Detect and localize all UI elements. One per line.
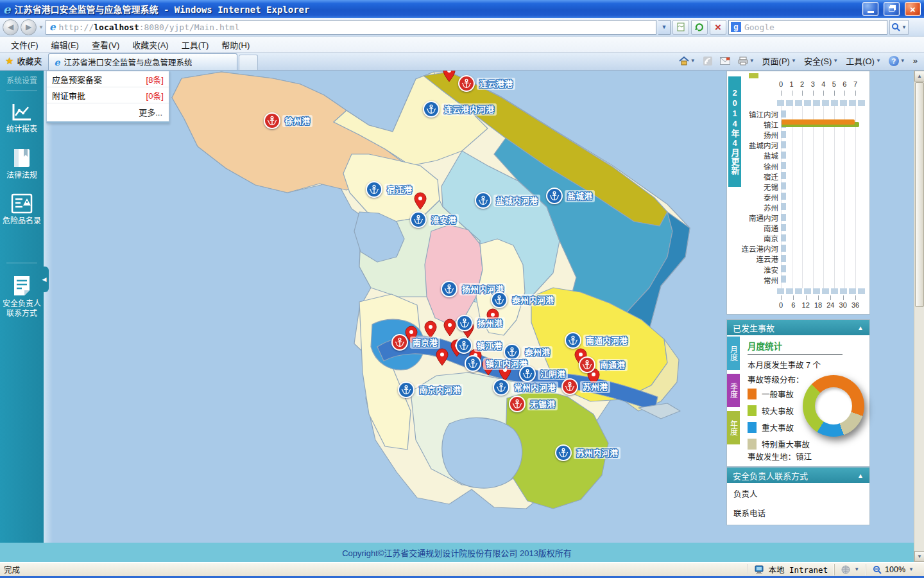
refresh-button[interactable] (691, 20, 708, 35)
quick-row-approvals[interactable]: 附证审批 [0条] (47, 87, 169, 103)
print-button[interactable]: ▼ (735, 56, 757, 66)
security-zone: 本地 Intranet (748, 564, 834, 575)
anchor-icon (546, 188, 563, 204)
grid-line (823, 100, 824, 291)
anchor-icon (555, 444, 572, 461)
quick-more-link[interactable]: 更多... (47, 103, 169, 121)
menu-item[interactable]: 查看(V) (86, 37, 125, 52)
address-input[interactable]: e http://localhost:8080/yjpt/Main.html (46, 20, 656, 35)
port-marker-南京港[interactable]: 南京港 (391, 334, 440, 351)
title-bar: e 江苏省港口安全监管与应急管理系统 - Windows Internet Ex… (0, 0, 924, 18)
port-marker-扬州港[interactable]: 扬州港 (456, 315, 505, 331)
sidebar-item-safety-contacts[interactable]: 安全负责人联系方式 (0, 268, 44, 326)
port-marker-苏州内河港[interactable]: 苏州内河港 (555, 444, 620, 461)
port-marker-盐城港[interactable]: 盐城港 (546, 188, 595, 204)
page-menu-button[interactable]: 页面(P)▼ (760, 54, 799, 67)
port-marker-盐城内河港[interactable]: 盐城内河港 (475, 192, 540, 209)
port-marker-连云港港[interactable]: 连云港港 (458, 75, 515, 92)
anchor-icon (458, 75, 475, 92)
minimize-button[interactable] (862, 2, 878, 16)
scroll-up-button[interactable]: ▲ (914, 71, 924, 82)
category-zero-stub (781, 110, 786, 118)
sidebar-item-laws[interactable]: 法律法规 (0, 141, 44, 188)
tab-main[interactable]: e 江苏省港口安全监管与应急管理系统 (48, 53, 237, 70)
zoom-icon (873, 565, 882, 574)
address-dropdown-button[interactable]: ▼ (658, 20, 671, 35)
feeds-button[interactable] (701, 56, 715, 66)
stop-button[interactable]: × (710, 20, 726, 35)
port-marker-泰州内河港[interactable]: 泰州内河港 (491, 292, 556, 308)
search-go-button[interactable]: ▼ (889, 20, 909, 35)
accident-location: 事故发生地：镇江 (748, 450, 812, 462)
tab-title: 江苏省港口安全监管与应急管理系统 (64, 56, 192, 68)
tools-menu-button[interactable]: 工具(O)▼ (843, 54, 884, 67)
monthly-stats-title: 月度统计 (748, 339, 864, 352)
zoom-level: 100% (885, 565, 905, 574)
port-label: 连云港内河港 (441, 103, 497, 116)
compatibility-view-button[interactable] (672, 20, 689, 35)
favorites-button[interactable]: ★ 收藏夹 (0, 52, 48, 70)
zoom-control[interactable]: 100% ▼ (866, 564, 920, 575)
quick-row-plans[interactable]: 应急预案备案 [8条] (47, 71, 169, 87)
port-marker-宿迁港[interactable]: 宿迁港 (366, 181, 415, 198)
category-zero-stub (781, 203, 786, 210)
collapse-arrow-icon[interactable]: ▲ (857, 472, 864, 479)
safety-contacts-body: 负责人 联系电话 (727, 483, 869, 523)
port-label: 扬州港 (475, 317, 505, 329)
bar-chart[interactable]: 01234567镇江内河镇江扬州盐城内河盐城徐州宿迁无锡泰州苏州南通内河南通南京… (727, 71, 869, 314)
port-marker-苏州港[interactable]: 苏州港 (561, 378, 610, 395)
sidebar-item-system-settings[interactable]: 系统设置 (0, 71, 44, 85)
menu-item[interactable]: 编辑(E) (46, 37, 85, 52)
new-tab-button[interactable] (239, 55, 258, 70)
close-button[interactable]: × (905, 2, 921, 16)
sidebar-item-statistics[interactable]: 统计报表 (0, 96, 44, 141)
copyright-text: Copyright©江苏省交通规划设计院股份有限公司 2013版权所有 (342, 547, 572, 559)
broken-page-icon (676, 22, 685, 31)
port-marker-镇江港[interactable]: 镇江港 (456, 337, 504, 354)
home-button[interactable]: ▼ (676, 56, 698, 66)
sidebar-item-hazard-list[interactable]: 危险品名录 (0, 187, 44, 233)
menu-item[interactable]: 收藏夹(A) (126, 37, 174, 52)
port-marker-无锡港[interactable]: 无锡港 (509, 396, 558, 412)
tab-季度[interactable]: 季度 (727, 374, 740, 407)
scrollbar-thumb[interactable] (915, 82, 924, 307)
port-marker-淮安港[interactable]: 淮安港 (410, 211, 459, 228)
bottom-axis-tick-label: 24 (824, 301, 837, 309)
forward-button[interactable]: ▶ (21, 19, 37, 35)
menu-item[interactable]: 文件(F) (5, 37, 44, 52)
restore-button[interactable] (884, 2, 900, 16)
menu-item[interactable]: 帮助(H) (216, 37, 255, 52)
window-title: 江苏省港口安全监管与应急管理系统 - Windows Internet Expl… (14, 3, 857, 15)
menu-item[interactable]: 工具(T) (176, 37, 215, 52)
port-label: 盐城内河港 (493, 195, 540, 207)
safety-menu-button[interactable]: 安全(S)▼ (801, 54, 841, 67)
sidebar-divider (6, 91, 37, 91)
port-marker-南通港[interactable]: 南通港 (579, 356, 628, 373)
tab-年度[interactable]: 年度 (727, 411, 740, 444)
accidents-panel-header[interactable]: 已发生事故 ▲ (727, 320, 869, 335)
vertical-scrollbar[interactable]: ▲ ▼ (914, 71, 924, 562)
port-marker-连云港内河港[interactable]: 连云港内河港 (423, 101, 497, 118)
sidebar-collapse-handle[interactable]: ◀ (40, 267, 49, 292)
top-band (777, 100, 867, 106)
search-input[interactable]: g Google (728, 20, 887, 35)
recent-pages-dropdown[interactable]: ▼ (38, 24, 44, 30)
port-marker-南京内河港[interactable]: 南京内河港 (398, 381, 463, 398)
toolbar-overflow-button[interactable]: » (911, 55, 920, 66)
magnifier-icon (891, 22, 900, 31)
bottom-axis-tick (806, 295, 807, 300)
scroll-down-button[interactable]: ▼ (914, 551, 924, 562)
bar-orange[interactable] (782, 119, 855, 125)
port-marker-南通内河港[interactable]: 南通内河港 (565, 332, 630, 349)
protected-mode-button[interactable]: ▼ (834, 564, 866, 575)
port-marker-徐州港[interactable]: 徐州港 (264, 112, 312, 129)
safety-contacts-header[interactable]: 安全负责人联系方式 ▲ (727, 468, 869, 483)
back-button[interactable]: ◀ (3, 19, 19, 35)
category-zero-stub (781, 131, 786, 138)
collapse-arrow-icon[interactable]: ▲ (857, 324, 864, 331)
read-mail-button[interactable] (717, 57, 733, 66)
tab-月度[interactable]: 月度 (727, 337, 740, 370)
port-marker-常州内河港[interactable]: 常州内河港 (493, 379, 558, 396)
help-button[interactable]: ?▼ (886, 55, 908, 67)
anchor-icon (493, 379, 509, 396)
